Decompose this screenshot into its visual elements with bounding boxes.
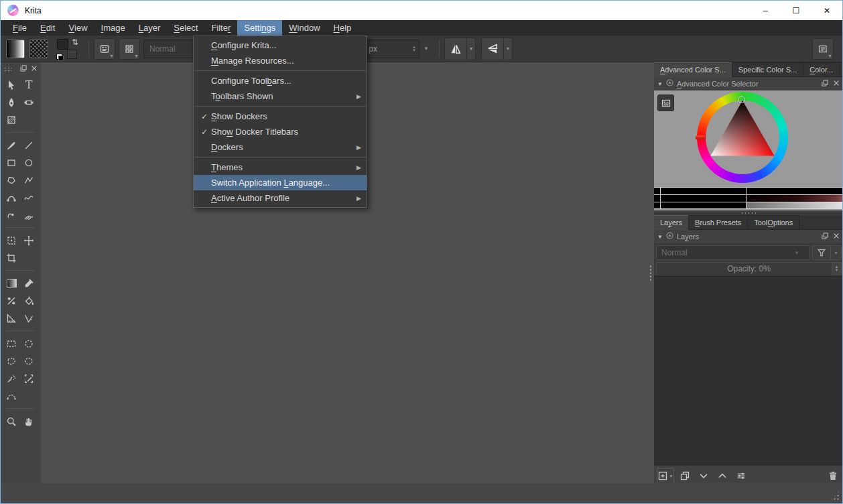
add-layer-button[interactable]: ▼ <box>657 468 674 484</box>
advanced-color-selector-titlebar[interactable]: ▼ Advanced Color Selector <box>654 77 843 90</box>
tab-advanced-color-s[interactable]: Advanced Color S... <box>654 62 732 77</box>
menu-item-show-dockers[interactable]: ✓Show Dockers <box>194 109 367 124</box>
select-similar-tool[interactable] <box>21 372 37 385</box>
select-polygonal-tool[interactable] <box>3 355 19 367</box>
menu-image[interactable]: Image <box>94 20 132 36</box>
crop-tool[interactable] <box>3 251 19 264</box>
fill-tool[interactable] <box>21 294 37 307</box>
move-tool[interactable] <box>21 234 37 247</box>
zoom-tool[interactable] <box>3 415 19 428</box>
select-shapes-tool[interactable] <box>3 78 19 91</box>
calligraphy-tool[interactable] <box>3 96 19 109</box>
color-selector-settings-button[interactable] <box>657 94 674 111</box>
polyline-tool[interactable] <box>21 174 37 186</box>
select-contiguous-tool[interactable] <box>3 372 19 385</box>
tab-layers[interactable]: Layers <box>654 215 689 230</box>
docker-splitter[interactable] <box>654 210 843 215</box>
colorize-mask-tool[interactable] <box>3 294 19 307</box>
background-color[interactable] <box>67 50 77 59</box>
toolbox-header[interactable] <box>1 62 41 76</box>
layer-filter-options-icon[interactable]: ▼ <box>830 246 841 259</box>
menu-help[interactable]: Help <box>327 20 359 36</box>
menu-item-switch-application-language[interactable]: Switch Application Language... <box>194 175 367 190</box>
menu-item-manage-resources[interactable]: Manage Resources... <box>194 53 367 68</box>
menu-window[interactable]: Window <box>282 20 326 36</box>
choose-workspace-button[interactable]: ▼ <box>812 38 834 60</box>
close-docker-icon[interactable] <box>832 79 840 89</box>
rectangle-tool[interactable] <box>3 156 19 169</box>
menu-filter[interactable]: Filter <box>204 20 237 36</box>
menu-item-themes[interactable]: Themes▶ <box>194 160 367 175</box>
menu-file[interactable]: File <box>6 20 34 36</box>
ellipse-tool[interactable] <box>21 156 37 169</box>
polygon-tool[interactable] <box>3 174 19 186</box>
menu-edit[interactable]: Edit <box>34 20 62 36</box>
close-button[interactable]: ✕ <box>812 1 842 20</box>
panel-resize-grip[interactable] <box>649 265 652 281</box>
bezier-curve-tool[interactable] <box>3 191 19 204</box>
menu-item-active-author-profile[interactable]: Active Author Profile▶ <box>194 190 367 206</box>
swap-colors-icon[interactable]: ⇅ <box>72 38 78 47</box>
menu-item-configure-toolbars[interactable]: Configure Toolbars... <box>194 73 367 88</box>
shade-swatch[interactable] <box>740 202 747 208</box>
select-freehand-tool[interactable] <box>21 355 37 367</box>
menu-select[interactable]: Select <box>167 20 204 36</box>
mirror-horizontal-options-icon[interactable]: ▼ <box>466 38 475 60</box>
edit-brush-settings-button[interactable]: ▼ <box>94 38 115 60</box>
shade-swatch[interactable] <box>740 188 747 194</box>
mirror-vertical-button[interactable]: ▼ <box>481 38 513 60</box>
float-docker-icon[interactable] <box>821 79 829 89</box>
move-layer-down-button[interactable] <box>696 468 712 484</box>
shade-swatch[interactable] <box>740 195 747 202</box>
tab-tool-options[interactable]: Tool Options <box>748 215 799 229</box>
fill-pattern-tool[interactable] <box>3 113 19 126</box>
tab-color[interactable]: Color... <box>803 62 840 76</box>
collapse-docker-icon[interactable]: ▼ <box>657 234 663 240</box>
close-docker-icon[interactable] <box>832 232 840 242</box>
shade-selector[interactable] <box>654 187 843 209</box>
line-tool[interactable] <box>21 139 37 151</box>
foreground-color[interactable] <box>57 39 68 50</box>
reset-colors-icon[interactable] <box>56 54 62 60</box>
color-sampler-tool[interactable] <box>21 277 37 290</box>
foreground-background-colors[interactable]: ⇅ <box>56 38 78 60</box>
maximize-button[interactable]: ☐ <box>781 1 812 20</box>
assistants-tool[interactable] <box>3 312 19 324</box>
shade-swatch[interactable] <box>654 195 661 202</box>
select-elliptical-tool[interactable] <box>21 337 37 350</box>
minimize-button[interactable]: − <box>750 1 781 20</box>
layer-filter-button[interactable]: ▼ <box>812 245 842 260</box>
pattern-swatch[interactable] <box>29 40 48 58</box>
float-docker-icon[interactable] <box>19 64 27 74</box>
menu-item-show-docker-titlebars[interactable]: ✓Show Docker Titlebars <box>194 124 367 139</box>
layer-blending-mode-dropdown[interactable]: Normal ▼ <box>656 245 810 260</box>
menu-settings[interactable]: Settings <box>237 20 282 36</box>
menu-item-dockers[interactable]: Dockers▶ <box>194 139 367 155</box>
transform-tool[interactable] <box>3 234 19 247</box>
menu-layer[interactable]: Layer <box>132 20 168 36</box>
layer-opacity-spinner[interactable]: ▲▼ <box>832 262 842 275</box>
shade-swatch[interactable] <box>654 188 661 194</box>
size-slider-arrow-icon[interactable]: ▼ <box>421 46 432 52</box>
tab-specific-color-s[interactable]: Specific Color S... <box>732 62 803 76</box>
shade-swatch[interactable] <box>654 202 661 208</box>
advanced-color-selector[interactable] <box>654 90 843 210</box>
layer-properties-button[interactable] <box>733 468 749 484</box>
tab-brush-presets[interactable]: Brush Presets <box>689 215 748 229</box>
saturation-value-triangle[interactable] <box>697 92 788 183</box>
measure-tool[interactable] <box>21 312 37 324</box>
layers-list[interactable] <box>654 275 843 466</box>
move-layer-up-button[interactable] <box>714 468 730 484</box>
layers-titlebar[interactable]: ▼ Layers <box>654 230 843 243</box>
layer-opacity-slider[interactable]: Opacity: 0% ▲▼ <box>656 262 842 275</box>
select-magnetic-tool[interactable] <box>3 389 19 402</box>
add-layer-options-icon[interactable]: ▼ <box>669 474 673 479</box>
float-docker-icon[interactable] <box>821 232 829 242</box>
mirror-vertical-options-icon[interactable]: ▼ <box>503 38 512 60</box>
toolbox-grip[interactable] <box>5 68 11 71</box>
select-rectangular-tool[interactable] <box>3 337 19 350</box>
freehand-path-tool[interactable] <box>21 191 37 204</box>
text-tool[interactable]: T <box>21 78 37 91</box>
duplicate-layer-button[interactable] <box>677 468 693 484</box>
menu-view[interactable]: View <box>62 20 94 36</box>
